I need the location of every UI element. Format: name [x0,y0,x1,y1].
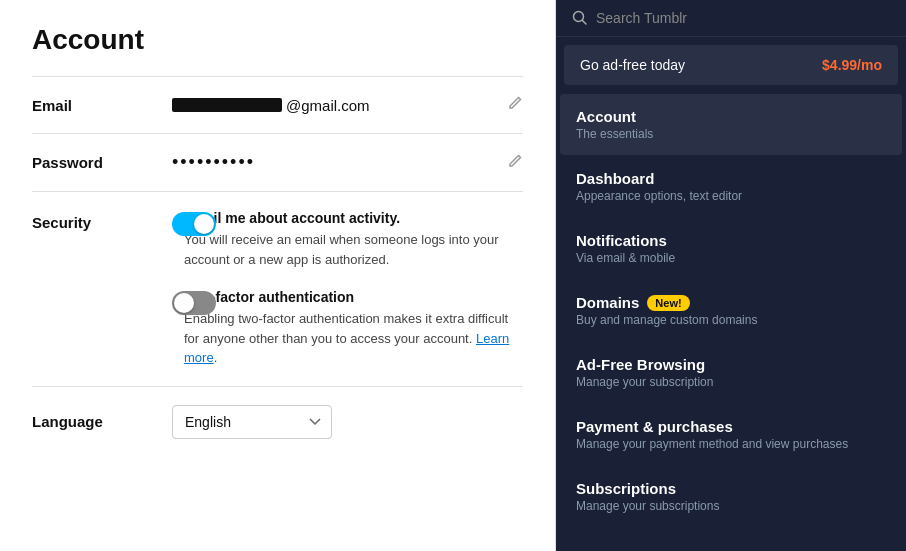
nav-item-domains-subtitle: Buy and manage custom domains [576,313,886,327]
domains-new-badge: New! [647,295,689,311]
two-factor-title: Two-factor authentication [184,289,523,305]
settings-right-panel: Go ad-free today $4.99/mo Account The es… [556,0,906,551]
nav-item-payment-title: Payment & purchases [576,418,886,435]
password-value: •••••••••• [172,152,523,173]
language-label: Language [32,413,172,430]
email-value: @gmail.com [172,95,523,115]
language-select[interactable]: English Español Français Deutsch Portugu… [172,405,332,439]
two-factor-desc-text: Enabling two-factor authentication makes… [184,311,508,346]
page-title: Account [32,24,523,56]
nav-item-notifications[interactable]: Notifications Via email & mobile [560,218,902,279]
nav-item-ad-free-browsing-title: Ad-Free Browsing [576,356,886,373]
nav-item-payment[interactable]: Payment & purchases Manage your payment … [560,404,902,465]
nav-item-notifications-title: Notifications [576,232,886,249]
nav-item-account-title: Account [576,108,886,125]
email-redacted [172,98,282,112]
nav-item-payment-subtitle: Manage your payment method and view purc… [576,437,886,451]
nav-item-ad-free-browsing-subtitle: Manage your subscription [576,375,886,389]
password-dots: •••••••••• [172,152,255,173]
ad-free-label: Go ad-free today [580,57,685,73]
svg-line-1 [583,21,587,25]
email-activity-text: Email me about account activity. You wil… [184,210,523,269]
ad-free-price: $4.99/mo [822,57,882,73]
nav-item-account[interactable]: Account The essentials [560,94,902,155]
email-text: @gmail.com [172,97,370,114]
two-factor-text: Two-factor authentication Enabling two-f… [184,289,523,368]
nav-item-dashboard[interactable]: Dashboard Appearance options, text edito… [560,156,902,217]
password-edit-icon[interactable] [507,153,523,173]
email-edit-icon[interactable] [507,95,523,115]
nav-item-dashboard-title: Dashboard [576,170,886,187]
security-options: Email me about account activity. You wil… [172,210,523,368]
two-factor-toggle-option: Two-factor authentication Enabling two-f… [172,289,523,368]
email-activity-toggle-option: Email me about account activity. You wil… [172,210,523,269]
nav-item-subscriptions-title: Subscriptions [576,480,886,497]
email-label: Email [32,97,172,114]
email-activity-title: Email me about account activity. [184,210,523,226]
security-row: Security Email me about account activity… [32,192,523,387]
nav-item-dashboard-subtitle: Appearance options, text editor [576,189,886,203]
nav-item-subscriptions[interactable]: Subscriptions Manage your subscriptions [560,466,902,527]
email-activity-desc: You will receive an email when someone l… [184,230,523,269]
search-input[interactable] [596,10,890,26]
nav-item-notifications-subtitle: Via email & mobile [576,251,886,265]
nav-items: Account The essentials Dashboard Appeara… [556,93,906,551]
nav-item-account-subtitle: The essentials [576,127,886,141]
nav-item-subscriptions-subtitle: Manage your subscriptions [576,499,886,513]
search-bar [556,0,906,37]
nav-item-domains[interactable]: Domains New! Buy and manage custom domai… [560,280,902,341]
nav-item-ad-free-browsing[interactable]: Ad-Free Browsing Manage your subscriptio… [560,342,902,403]
search-icon [572,10,588,26]
email-row: Email @gmail.com [32,77,523,134]
settings-left-panel: Account Email @gmail.com Password ••••••… [0,0,556,551]
password-row: Password •••••••••• [32,134,523,192]
email-suffix: @gmail.com [286,97,370,114]
nav-item-domains-title: Domains New! [576,294,886,311]
password-label: Password [32,154,172,171]
language-row: Language English Español Français Deutsc… [32,387,523,457]
security-label: Security [32,210,172,368]
two-factor-desc: Enabling two-factor authentication makes… [184,309,523,368]
ad-free-banner[interactable]: Go ad-free today $4.99/mo [564,45,898,85]
